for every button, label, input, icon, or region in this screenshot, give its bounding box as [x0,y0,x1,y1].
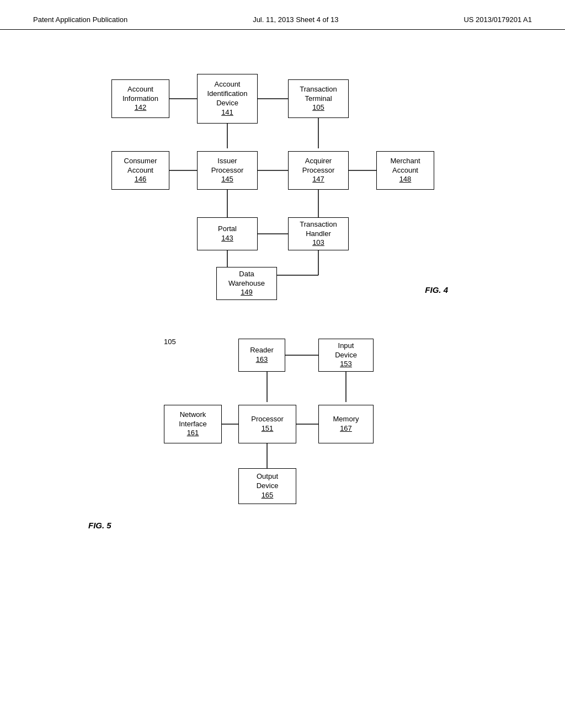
output-device-box: Output Device 165 [238,468,296,504]
transaction-handler-box: Transaction Handler 103 [288,217,349,250]
fig5-label: FIG. 5 [88,521,532,530]
portal-box: Portal 143 [197,217,258,250]
fig4-section: Account Information 142 Account Identifi… [33,63,532,295]
transaction-terminal-box: Transaction Terminal 105 [288,79,349,118]
issuer-processor-box: Issuer Processor 145 [197,151,258,190]
fig5-section: 105 Reader 163 Input Device 153 Network … [33,328,532,530]
fig5-diagram: 105 Reader 163 Input Device 153 Network … [131,328,434,515]
data-warehouse-box: Data Warehouse 149 [216,267,277,300]
fig4-label: FIG. 4 [425,285,448,295]
account-info-box: Account Information 142 [111,79,169,118]
header-left: Patent Application Publication [33,15,127,24]
fig4-diagram: Account Information 142 Account Identifi… [89,63,476,295]
account-id-device-box: Account Identification Device 141 [197,74,258,124]
merchant-account-box: Merchant Account 148 [376,151,434,190]
processor-box: Processor 151 [238,405,296,443]
content-area: Account Information 142 Account Identifi… [0,30,565,585]
network-interface-box: Network Interface 161 [164,405,222,443]
consumer-account-box: Consumer Account 146 [111,151,169,190]
patent-header: Patent Application Publication Jul. 11, … [0,0,565,30]
fig5-ref-label: 105 [164,338,176,346]
reader-box: Reader 163 [238,339,285,372]
header-right: US 2013/0179201 A1 [463,15,532,24]
header-center: Jul. 11, 2013 Sheet 4 of 13 [253,15,338,24]
input-device-box: Input Device 153 [318,339,374,372]
memory-box: Memory 167 [318,405,374,443]
acquirer-processor-box: Acquirer Processor 147 [288,151,349,190]
